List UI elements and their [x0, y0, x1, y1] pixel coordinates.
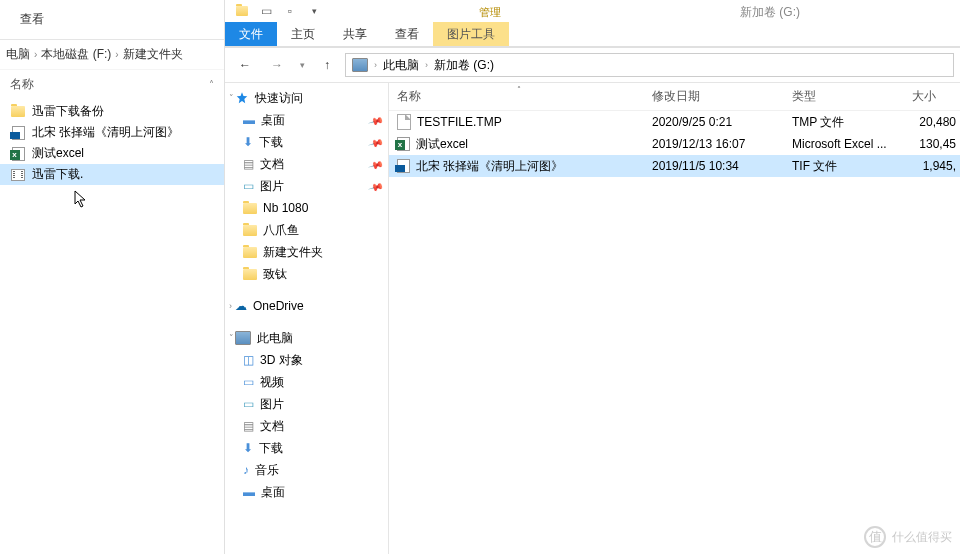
up-button[interactable]: ↑	[313, 52, 341, 78]
item-label: 迅雷下载备份	[32, 103, 104, 120]
window-title: 新加卷 (G:)	[740, 4, 800, 21]
tree-item-desktop[interactable]: ▬桌面	[225, 481, 388, 503]
list-item[interactable]: 测试excel	[0, 143, 224, 164]
breadcrumb-seg[interactable]: 新建文件夹	[123, 46, 183, 63]
file-date: 2020/9/25 0:21	[644, 115, 784, 129]
file-size: 20,480	[904, 115, 960, 129]
tree-label: 图片	[260, 178, 284, 195]
list-item[interactable]: 迅雷下载.	[0, 164, 224, 185]
left-ribbon-tabs: 查看	[0, 0, 224, 40]
chevron-right-icon[interactable]: ›	[423, 60, 430, 70]
folder-icon	[10, 104, 26, 120]
file-type: TMP 文件	[784, 114, 904, 131]
chevron-right-icon: ›	[113, 49, 120, 60]
list-item[interactable]: 迅雷下载备份	[0, 101, 224, 122]
tree-label: 音乐	[255, 462, 279, 479]
tree-item-folder[interactable]: 八爪鱼	[225, 219, 388, 241]
left-tab-view[interactable]: 查看	[10, 7, 54, 32]
column-size[interactable]: 大小	[904, 88, 960, 105]
watermark: 值 什么值得买	[864, 526, 952, 548]
watermark-icon: 值	[864, 526, 886, 548]
forward-button[interactable]: →	[263, 52, 291, 78]
navigation-bar: ← → ▾ ↑ › 此电脑 › 新加卷 (G:)	[225, 48, 960, 83]
new-folder-icon[interactable]: ▫	[279, 1, 301, 21]
qat-dropdown-icon[interactable]: ▾	[303, 1, 325, 21]
left-column-header[interactable]: 名称 ˄	[0, 70, 224, 99]
pin-icon: 📌	[368, 178, 384, 194]
navigation-tree: ˅ 快速访问 ▬桌面📌 ⬇下载📌 ▤文档📌 ▭图片📌 Nb 1080 八爪鱼 新…	[225, 83, 389, 554]
tree-item-folder[interactable]: Nb 1080	[225, 197, 388, 219]
tree-item-documents[interactable]: ▤文档	[225, 415, 388, 437]
pc-icon	[235, 331, 251, 345]
tree-this-pc[interactable]: ˅此电脑	[225, 327, 388, 349]
tree-item-downloads[interactable]: ⬇下载	[225, 437, 388, 459]
pin-icon: 📌	[368, 156, 384, 172]
tree-item-pictures[interactable]: ▭图片	[225, 393, 388, 415]
column-date[interactable]: 修改日期	[644, 88, 784, 105]
tree-item-folder[interactable]: 致钛	[225, 263, 388, 285]
file-list-header: 名称˄ 修改日期 类型 大小	[389, 83, 960, 111]
breadcrumb-seg[interactable]: 本地磁盘 (F:)	[41, 46, 111, 63]
left-breadcrumb[interactable]: 电脑› 本地磁盘 (F:)› 新建文件夹	[0, 40, 224, 70]
video-file-icon	[10, 167, 26, 183]
tree-item-downloads[interactable]: ⬇下载📌	[225, 131, 388, 153]
tree-item-3d[interactable]: ◫3D 对象	[225, 349, 388, 371]
onedrive-icon: ☁	[235, 299, 247, 313]
back-button[interactable]: ←	[231, 52, 259, 78]
tree-item-music[interactable]: ♪音乐	[225, 459, 388, 481]
tree-item-folder[interactable]: 新建文件夹	[225, 241, 388, 263]
tree-onedrive[interactable]: ›☁OneDrive	[225, 295, 388, 317]
mouse-cursor-icon	[74, 190, 90, 210]
item-label: 测试excel	[32, 145, 84, 162]
pin-icon: 📌	[368, 112, 384, 128]
chevron-right-icon: ›	[32, 49, 39, 60]
breadcrumb-this-pc[interactable]: 此电脑	[379, 55, 423, 76]
tree-item-documents[interactable]: ▤文档📌	[225, 153, 388, 175]
right-explorer-window: ▭ ▫ ▾ 管理 新加卷 (G:) 文件 主页 共享 查看 图片工具 ← → ▾…	[225, 0, 960, 554]
tab-picture-tools[interactable]: 图片工具	[433, 22, 509, 46]
pc-icon[interactable]	[348, 56, 372, 74]
tree-label: Nb 1080	[263, 201, 308, 215]
table-row[interactable]: 北宋 张择端《清明上河图》 2019/11/5 10:34 TIF 文件 1,9…	[389, 155, 960, 177]
quick-access-icon	[235, 91, 249, 105]
tree-item-desktop[interactable]: ▬桌面📌	[225, 109, 388, 131]
column-type[interactable]: 类型	[784, 88, 904, 105]
tree-label: 桌面	[261, 112, 285, 129]
tree-item-pictures[interactable]: ▭图片📌	[225, 175, 388, 197]
tree-label: 文档	[260, 156, 284, 173]
table-row[interactable]: 测试excel 2019/12/13 16:07 Microsoft Excel…	[389, 133, 960, 155]
tree-label: OneDrive	[253, 299, 304, 313]
item-label: 北宋 张择端《清明上河图》	[32, 124, 179, 141]
expand-icon[interactable]: ›	[229, 301, 232, 311]
breadcrumb-seg[interactable]: 电脑	[6, 46, 30, 63]
tab-view[interactable]: 查看	[381, 22, 433, 46]
contextual-tab-header: 管理	[465, 2, 515, 23]
breadcrumb-drive[interactable]: 新加卷 (G:)	[430, 55, 498, 76]
file-list-pane: 名称˄ 修改日期 类型 大小 TESTFILE.TMP 2020/9/25 0:…	[389, 83, 960, 554]
history-dropdown-icon[interactable]: ▾	[295, 52, 309, 78]
tab-home[interactable]: 主页	[277, 22, 329, 46]
tab-share[interactable]: 共享	[329, 22, 381, 46]
excel-file-icon	[397, 137, 410, 151]
tree-label: 桌面	[261, 484, 285, 501]
chevron-right-icon[interactable]: ›	[372, 60, 379, 70]
left-explorer-window: 查看 电脑› 本地磁盘 (F:)› 新建文件夹 名称 ˄ 迅雷下载备份 北宋 张…	[0, 0, 225, 554]
sort-indicator-icon[interactable]: ˄	[209, 79, 214, 90]
column-name[interactable]: 名称˄	[389, 88, 644, 105]
file-type: TIF 文件	[784, 158, 904, 175]
collapse-icon[interactable]: ˅	[229, 93, 234, 103]
explorer-icon[interactable]	[231, 1, 253, 21]
tree-item-videos[interactable]: ▭视频	[225, 371, 388, 393]
table-row[interactable]: TESTFILE.TMP 2020/9/25 0:21 TMP 文件 20,48…	[389, 111, 960, 133]
properties-icon[interactable]: ▭	[255, 1, 277, 21]
quick-access-toolbar: ▭ ▫ ▾	[225, 1, 325, 21]
file-icon	[397, 114, 411, 130]
content-area: ˅ 快速访问 ▬桌面📌 ⬇下载📌 ▤文档📌 ▭图片📌 Nb 1080 八爪鱼 新…	[225, 83, 960, 554]
list-item[interactable]: 北宋 张择端《清明上河图》	[0, 122, 224, 143]
collapse-icon[interactable]: ˅	[229, 333, 234, 343]
folder-icon	[243, 203, 257, 214]
tab-file[interactable]: 文件	[225, 22, 277, 46]
tree-quick-access[interactable]: ˅ 快速访问	[225, 87, 388, 109]
address-bar[interactable]: › 此电脑 › 新加卷 (G:)	[345, 53, 954, 77]
tif-file-icon	[10, 125, 26, 141]
